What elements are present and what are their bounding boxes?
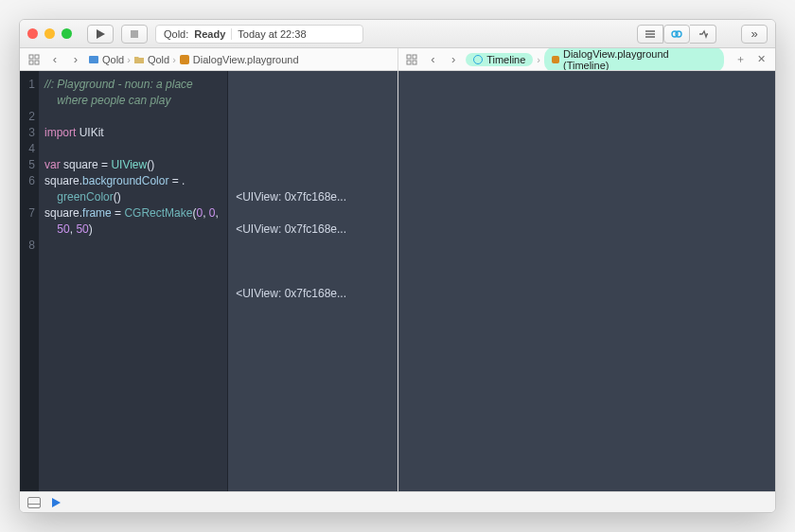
editor-mode-group xyxy=(637,25,716,44)
svg-rect-11 xyxy=(413,55,416,59)
project-icon xyxy=(88,54,99,65)
jump-bar-right: ‹ › Timeline › DialogView.playground (Ti… xyxy=(398,48,776,70)
overflow-icon: » xyxy=(751,27,757,41)
svg-rect-5 xyxy=(35,55,39,59)
svg-rect-14 xyxy=(28,497,41,507)
svg-rect-8 xyxy=(89,56,98,63)
svg-rect-13 xyxy=(413,61,416,64)
nav-forward-button[interactable]: › xyxy=(67,51,84,68)
titlebar: Qold: Ready Today at 22:38 » xyxy=(20,20,775,48)
svg-rect-7 xyxy=(35,61,39,64)
assistant-forward-button[interactable]: › xyxy=(445,51,462,68)
timeline-file-pill[interactable]: DialogView.playground (Timeline) xyxy=(544,48,724,70)
timeline-label: Timeline xyxy=(486,54,525,65)
minimize-window[interactable] xyxy=(44,28,55,39)
zoom-window[interactable] xyxy=(62,28,72,39)
content-area: 1 2 3 4 5 6 7 8 //: Playground - noun: a… xyxy=(20,71,775,491)
toolbar-overflow-button[interactable]: » xyxy=(741,25,768,44)
nav-back-button[interactable]: ‹ xyxy=(46,51,63,68)
run-button[interactable] xyxy=(87,25,114,44)
assistant-related-button[interactable] xyxy=(404,51,421,68)
jump-bar: ‹ › Qold › Qold › DialogView.playground … xyxy=(20,48,775,71)
status-project: Qold: xyxy=(164,28,188,40)
svg-rect-12 xyxy=(407,61,411,64)
close-assistant-button[interactable]: ✕ xyxy=(752,51,769,68)
close-window[interactable] xyxy=(27,28,38,39)
result-line[interactable]: <UIView: 0x7fc168e... xyxy=(236,286,389,302)
debug-bar xyxy=(20,491,775,512)
breadcrumb[interactable]: Qold › Qold › DialogView.playground xyxy=(88,54,299,65)
activity-status: Qold: Ready Today at 22:38 xyxy=(155,25,363,44)
svg-point-3 xyxy=(676,31,681,37)
results-sidebar: <UIView: 0x7fc168e... <UIView: 0x7fc168e… xyxy=(227,71,397,491)
svg-rect-9 xyxy=(180,55,189,64)
toggle-debug-area-button[interactable] xyxy=(27,497,41,508)
related-items-button[interactable] xyxy=(26,51,43,68)
assistant-back-button[interactable]: ‹ xyxy=(424,51,441,68)
version-editor-button[interactable] xyxy=(690,25,716,44)
timeline-file-label: DialogView.playground (Timeline) xyxy=(563,48,716,70)
status-state: Ready xyxy=(194,28,225,40)
svg-rect-4 xyxy=(29,55,33,59)
playground-icon xyxy=(179,54,190,65)
folder-icon xyxy=(133,54,145,65)
line-gutter: 1 2 3 4 5 6 7 8 xyxy=(20,71,39,491)
timeline-canvas[interactable] xyxy=(398,71,776,491)
result-line[interactable]: <UIView: 0x7fc168e... xyxy=(236,222,389,238)
svg-rect-6 xyxy=(29,61,33,64)
svg-rect-10 xyxy=(407,55,411,59)
code-column: 1 2 3 4 5 6 7 8 //: Playground - noun: a… xyxy=(20,71,227,491)
svg-rect-1 xyxy=(131,30,138,38)
jump-bar-left: ‹ › Qold › Qold › DialogView.playground xyxy=(20,48,398,70)
standard-editor-button[interactable] xyxy=(637,25,663,44)
add-assistant-button[interactable]: ＋ xyxy=(732,51,749,68)
crumb-1: Qold xyxy=(102,54,124,65)
crumb-3: DialogView.playground xyxy=(193,54,299,65)
svg-marker-0 xyxy=(97,29,105,39)
svg-marker-16 xyxy=(52,498,61,507)
assistant-editor-button[interactable] xyxy=(663,25,690,44)
primary-pane: 1 2 3 4 5 6 7 8 //: Playground - noun: a… xyxy=(20,71,398,491)
crumb-2: Qold xyxy=(148,54,169,65)
result-line[interactable]: <UIView: 0x7fc168e... xyxy=(236,189,389,205)
assistant-pane xyxy=(398,71,776,491)
execute-playground-button[interactable] xyxy=(50,497,62,508)
source-editor[interactable]: //: Playground - noun: a place where peo… xyxy=(39,71,227,491)
stop-button[interactable] xyxy=(121,25,148,44)
editor-area: 1 2 3 4 5 6 7 8 //: Playground - noun: a… xyxy=(20,71,398,491)
status-time: Today at 22:38 xyxy=(238,28,306,40)
xcode-window: Qold: Ready Today at 22:38 » ‹ xyxy=(19,19,776,513)
window-controls xyxy=(27,28,72,39)
timeline-pill[interactable]: Timeline xyxy=(466,53,533,66)
